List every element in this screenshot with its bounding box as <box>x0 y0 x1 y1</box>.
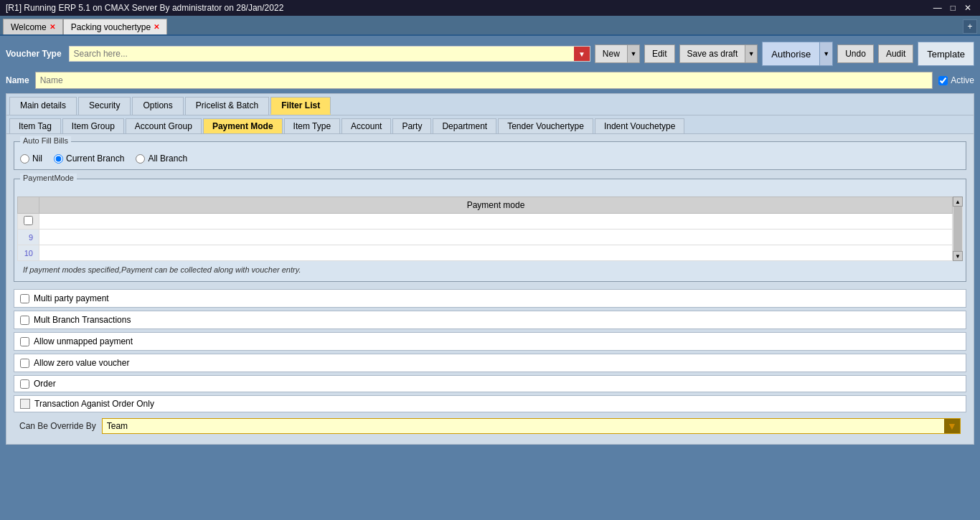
multi-party-payment-row[interactable]: Multi party payment <box>14 289 966 308</box>
sub-tab-payment-mode[interactable]: Payment Mode <box>203 118 283 133</box>
sub-tab-department[interactable]: Department <box>433 118 496 133</box>
table-row <box>18 214 953 230</box>
search-dropdown-button[interactable]: ▼ <box>574 47 590 61</box>
auto-fill-radio-group: Nil Current Branch All Branch <box>20 151 960 164</box>
tab-welcome[interactable]: Welcome ✕ <box>3 19 63 34</box>
row-value-10 <box>39 245 953 261</box>
table-scroll-area: Payment mode 9 <box>17 197 963 261</box>
template-button[interactable]: Template <box>918 42 974 66</box>
radio-current-branch[interactable]: Current Branch <box>54 153 124 164</box>
allow-unmapped-payment-checkbox[interactable] <box>20 337 29 346</box>
tab-welcome-close[interactable]: ✕ <box>50 23 55 31</box>
scroll-up-button[interactable]: ▲ <box>953 197 963 207</box>
sub-tab-account[interactable]: Account <box>341 118 391 133</box>
mult-branch-transactions-checkbox[interactable] <box>20 316 29 325</box>
radio-all-branch-label: All Branch <box>148 153 187 164</box>
radio-nil-input[interactable] <box>20 154 29 164</box>
payment-mode-section: PaymentMode Payment mode <box>14 179 966 282</box>
override-row: Can Be Override By ▼ <box>14 415 966 437</box>
override-input-container[interactable]: ▼ <box>102 418 961 434</box>
new-button[interactable]: New <box>595 44 627 63</box>
voucher-type-search[interactable]: ▼ <box>69 46 590 62</box>
order-label[interactable]: Order <box>34 379 56 389</box>
sub-tab-tender-vouchertype[interactable]: Tender Vouchertype <box>498 118 593 133</box>
sub-tab-indent-vouchetype[interactable]: Indent Vouchetype <box>595 118 684 133</box>
override-input[interactable] <box>103 419 944 433</box>
multi-party-payment-checkbox[interactable] <box>20 294 29 303</box>
active-checkbox[interactable] <box>938 76 948 85</box>
radio-current-branch-input[interactable] <box>54 154 63 164</box>
form-tabs: Main details Security Options Pricelist … <box>6 94 974 115</box>
tab-main-details[interactable]: Main details <box>9 97 77 115</box>
scroll-down-button[interactable]: ▼ <box>953 251 963 261</box>
name-row: Name Active <box>6 72 974 89</box>
scroll-thumb[interactable] <box>953 207 962 251</box>
override-dropdown-button[interactable]: ▼ <box>944 419 960 433</box>
allow-unmapped-payment-row[interactable]: Allow unmapped payment <box>14 332 966 351</box>
transaction-checkbox-box[interactable] <box>20 399 30 409</box>
tab-packing-close[interactable]: ✕ <box>154 23 159 31</box>
authorise-button[interactable]: Authorise <box>762 42 820 66</box>
sub-tabs: Item Tag Item Group Account Group Paymen… <box>6 115 974 134</box>
radio-all-branch-input[interactable] <box>136 154 145 164</box>
tab-pricelist-batch[interactable]: Pricelist & Batch <box>185 97 269 115</box>
auto-fill-bills-legend: Auto Fill Bills <box>20 136 71 145</box>
save-as-draft-button[interactable]: Save as draft <box>679 44 745 63</box>
mult-branch-transactions-row[interactable]: Mult Branch Transactions <box>14 311 966 329</box>
transaction-row[interactable]: Transaction Aganist Order Only <box>14 395 966 412</box>
maximize-button[interactable]: □ <box>948 3 958 13</box>
active-label[interactable]: Active <box>951 75 974 85</box>
mult-branch-transactions-label[interactable]: Mult Branch Transactions <box>34 315 131 325</box>
new-dropdown-button[interactable]: ▼ <box>627 44 640 63</box>
auto-fill-bills-section: Auto Fill Bills Nil Current Branch All B… <box>14 141 966 170</box>
allow-zero-value-checkbox[interactable] <box>20 359 29 368</box>
tab-options[interactable]: Options <box>132 97 183 115</box>
sub-tab-party[interactable]: Party <box>392 118 431 133</box>
radio-all-branch[interactable]: All Branch <box>136 153 187 164</box>
tab-welcome-label: Welcome <box>11 22 47 32</box>
form-panel: Main details Security Options Pricelist … <box>6 93 974 445</box>
authorise-dropdown[interactable]: ▼ <box>820 42 833 66</box>
order-section[interactable]: Order <box>14 375 966 392</box>
sub-tab-account-group[interactable]: Account Group <box>126 118 202 133</box>
row-value-1 <box>39 214 953 230</box>
payment-hint-text: If payment modes specified,Payment can b… <box>17 261 963 278</box>
sub-tab-item-group[interactable]: Item Group <box>62 118 124 133</box>
audit-button[interactable]: Audit <box>878 44 913 63</box>
close-button[interactable]: ✕ <box>961 3 974 13</box>
row-checkbox[interactable] <box>24 216 33 225</box>
voucher-type-label: Voucher Type <box>6 49 62 59</box>
form-body: Auto Fill Bills Nil Current Branch All B… <box>6 134 974 444</box>
row-num-9: 9 <box>18 230 39 245</box>
override-label: Can Be Override By <box>19 421 96 431</box>
order-checkbox[interactable] <box>20 379 29 389</box>
name-input[interactable] <box>35 72 933 89</box>
table-scrollbar[interactable]: ▲ ▼ <box>953 197 963 261</box>
undo-button[interactable]: Undo <box>837 44 874 63</box>
edit-button[interactable]: Edit <box>644 44 675 63</box>
radio-nil-label: Nil <box>32 153 42 164</box>
title-bar: [R1] Running ERP 5.1 on CMAX Server By a… <box>0 0 980 16</box>
table-row: 10 <box>18 245 953 261</box>
row-checkbox-cell[interactable] <box>18 214 39 230</box>
tab-add-button[interactable]: + <box>963 19 977 34</box>
save-as-draft-group: Save as draft ▼ <box>679 44 758 63</box>
allow-zero-value-row[interactable]: Allow zero value voucher <box>14 354 966 372</box>
save-draft-dropdown[interactable]: ▼ <box>745 44 758 63</box>
radio-current-branch-label: Current Branch <box>66 153 124 164</box>
allow-unmapped-payment-label[interactable]: Allow unmapped payment <box>34 336 133 346</box>
tab-filter-list[interactable]: Filter List <box>270 97 331 115</box>
col-checkbox <box>18 197 39 214</box>
search-input[interactable] <box>70 47 574 61</box>
multi-party-payment-label[interactable]: Multi party payment <box>34 293 109 303</box>
sub-tab-item-type[interactable]: Item Type <box>284 118 340 133</box>
tab-packing-vouchertype[interactable]: Packing vouchertype ✕ <box>63 19 167 34</box>
tab-packing-label: Packing vouchertype <box>71 22 151 32</box>
sub-tab-item-tag[interactable]: Item Tag <box>9 118 61 133</box>
tab-security[interactable]: Security <box>78 97 131 115</box>
allow-zero-value-label[interactable]: Allow zero value voucher <box>34 358 129 368</box>
window-controls: — □ ✕ <box>930 3 974 13</box>
minimize-button[interactable]: — <box>930 3 945 13</box>
radio-nil[interactable]: Nil <box>20 153 42 164</box>
tab-bar: Welcome ✕ Packing vouchertype ✕ + <box>0 16 980 36</box>
